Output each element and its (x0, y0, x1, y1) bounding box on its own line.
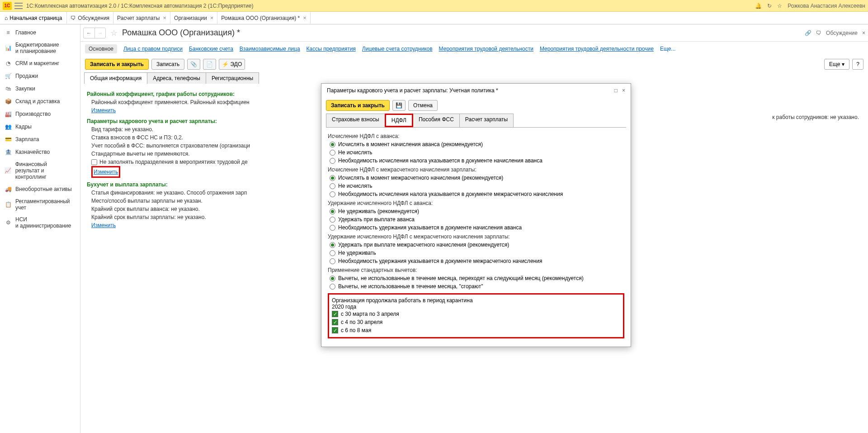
change-link-2[interactable]: Изменить (94, 169, 118, 175)
sidebar-label: Главное (15, 29, 36, 36)
sidebar-item-main[interactable]: ≡Главное (0, 26, 80, 39)
subnav-accounts[interactable]: Лицевые счета сотрудников (362, 46, 433, 52)
g3-radio-0[interactable] (330, 209, 335, 214)
g4-radio-0[interactable] (330, 242, 335, 248)
g3-label: Удержание исчисленного НДФЛ с аванса: (328, 200, 624, 206)
sidebar-item-sales[interactable]: 🛒Продажи (0, 70, 80, 82)
form-tab-registration[interactable]: Регистрационны (206, 72, 259, 84)
factory-icon: 🏭 (5, 110, 12, 118)
sidebar-item-regulated[interactable]: 📋Регламентированный учет (0, 195, 80, 214)
sidebar-label: Продажи (15, 73, 38, 79)
subnav-main[interactable]: Основное (85, 44, 117, 53)
dialog-tab-insurance[interactable]: Страховые взносы (326, 114, 385, 127)
sidebar-item-purchases[interactable]: 🛍Закупки (0, 82, 80, 95)
fill-dept-checkbox[interactable] (91, 159, 97, 165)
subnav-bank[interactable]: Банковские счета (189, 46, 233, 52)
more-button[interactable]: Еще ▾ (824, 59, 849, 70)
forward-button[interactable]: → (94, 28, 105, 38)
g3-opt-0: Не удерживать (рекомендуется) (338, 208, 419, 214)
g2-radio-1[interactable] (330, 183, 335, 189)
sidebar-item-budget[interactable]: 📊Бюджетирование и планирование (0, 39, 80, 57)
g2-radio-0[interactable] (330, 175, 335, 181)
discuss-link[interactable]: Обсуждение (826, 30, 858, 36)
g3-radio-2[interactable] (330, 225, 335, 231)
list-button[interactable]: 📄 (203, 59, 216, 70)
sidebar-item-treasury[interactable]: 🏦Казначейство (0, 146, 80, 158)
g1-radio-1[interactable] (330, 150, 335, 156)
g2-radio-2[interactable] (330, 191, 335, 197)
dialog-tab-fss[interactable]: Пособия ФСС (413, 114, 460, 127)
user-name[interactable]: Рожкова Анастасия Алексеевн (788, 3, 865, 9)
subnav-signers[interactable]: Лица с правом подписи (123, 46, 183, 52)
change-link-1[interactable]: Изменить (91, 107, 116, 114)
favorite-icon[interactable]: ☆ (110, 28, 118, 38)
g1-radio-2[interactable] (330, 158, 335, 164)
g5-radio-0[interactable] (330, 276, 335, 281)
menu-icon[interactable] (14, 3, 23, 9)
subnav-related[interactable]: Взаимозависимые лица (240, 46, 300, 52)
link-icon[interactable]: 🔗 (805, 30, 811, 36)
close-page-icon[interactable]: × (862, 30, 865, 36)
subnav-more[interactable]: Еще... (660, 46, 675, 52)
tab-label: Ромашка ООО (Организация) * (221, 15, 300, 21)
sidebar-item-finance[interactable]: 📈Финансовый результат и контроллинг (0, 158, 80, 183)
g5-opt-0: Вычеты, не использованные в течение меся… (338, 275, 584, 281)
card-icon: 💳 (5, 136, 12, 143)
g4-radio-2[interactable] (330, 258, 335, 264)
change-link-3[interactable]: Изменить (91, 222, 116, 228)
star-icon[interactable]: ☆ (777, 3, 782, 9)
close-icon[interactable]: × (303, 14, 307, 21)
quarantine-check-1[interactable] (332, 319, 338, 325)
subnav-events2[interactable]: Мероприятия трудовой деятельности прочие (540, 46, 654, 52)
edo-button[interactable]: ⚡ ЭДО (219, 59, 245, 70)
dialog-cancel-button[interactable]: Отмена (408, 100, 438, 111)
g1-radio-0[interactable] (330, 142, 335, 148)
tab-home[interactable]: ⌂ Начальная страница (0, 12, 67, 24)
g3-radio-1[interactable] (330, 217, 335, 223)
dialog-accounting-policy: Параметры кадрового учета и расчет зарпл… (321, 83, 631, 347)
form-tab-general[interactable]: Общая информация (84, 72, 147, 84)
dialog-save-close-button[interactable]: Записать и закрыть (326, 100, 390, 111)
tab-payroll[interactable]: Расчет зарплаты × (113, 12, 170, 24)
sidebar-item-assets[interactable]: 🚚Внеоборотные активы (0, 183, 80, 195)
more-label: Еще (829, 61, 840, 67)
bell-icon[interactable]: 🔔 (755, 3, 762, 9)
sidebar-item-salary[interactable]: 💳Зарплата (0, 133, 80, 146)
back-button[interactable]: ← (84, 28, 94, 38)
subnav-events1[interactable]: Мероприятия трудовой деятельности (439, 46, 533, 52)
g2-opt-1: Не исчислять (338, 183, 372, 189)
dialog-save-button[interactable]: 💾 (392, 100, 406, 111)
dialog-tab-payroll[interactable]: Расчет зарплаты (459, 114, 514, 127)
tab-label: Обсуждения (78, 15, 109, 21)
g4-radio-1[interactable] (330, 250, 335, 256)
g3-opt-1: Удержать при выплате аванса (338, 216, 415, 223)
sidebar-label: Закупки (15, 86, 35, 92)
tab-romashka[interactable]: Ромашка ООО (Организация) * × (217, 12, 311, 24)
close-dialog-icon[interactable]: × (622, 87, 625, 94)
save-close-button[interactable]: Записать и закрыть (85, 59, 149, 70)
dialog-tab-ndfl[interactable]: НДФЛ (385, 114, 413, 127)
g5-radio-1[interactable] (330, 284, 335, 290)
sidebar-item-crm[interactable]: ◔CRM и маркетинг (0, 57, 80, 70)
subnav-cash[interactable]: Кассы предприятия (307, 46, 356, 52)
close-icon[interactable]: × (163, 14, 167, 21)
sidebar-item-hr[interactable]: 👥Кадры (0, 120, 80, 133)
history-icon[interactable]: ↻ (767, 3, 772, 9)
quarantine-check-2[interactable] (332, 327, 338, 333)
sidebar-item-warehouse[interactable]: 📦Склад и доставка (0, 95, 80, 108)
save-button[interactable]: Записать (151, 59, 184, 70)
attach-button[interactable]: 📎 (187, 59, 200, 70)
sidebar-item-nsi[interactable]: ⚙НСИ и администрирование (0, 214, 80, 232)
tab-organizations[interactable]: Организации × (170, 12, 217, 24)
form-tab-addresses[interactable]: Адреса, телефоны (147, 72, 206, 84)
maximize-icon[interactable]: □ (614, 87, 618, 94)
sidebar-item-production[interactable]: 🏭Производство (0, 108, 80, 120)
close-icon[interactable]: × (210, 14, 214, 21)
quarantine-opt-2: с 6 по 8 мая (341, 327, 371, 333)
bag-icon: 🛍 (5, 85, 12, 92)
quarantine-check-0[interactable] (332, 311, 338, 317)
discuss-icon[interactable]: 🗨 (816, 30, 821, 36)
page-title: Ромашка ООО (Организация) * (122, 28, 240, 38)
tab-discussions[interactable]: 🗨 Обсуждения (67, 12, 113, 24)
help-button[interactable]: ? (852, 59, 863, 70)
